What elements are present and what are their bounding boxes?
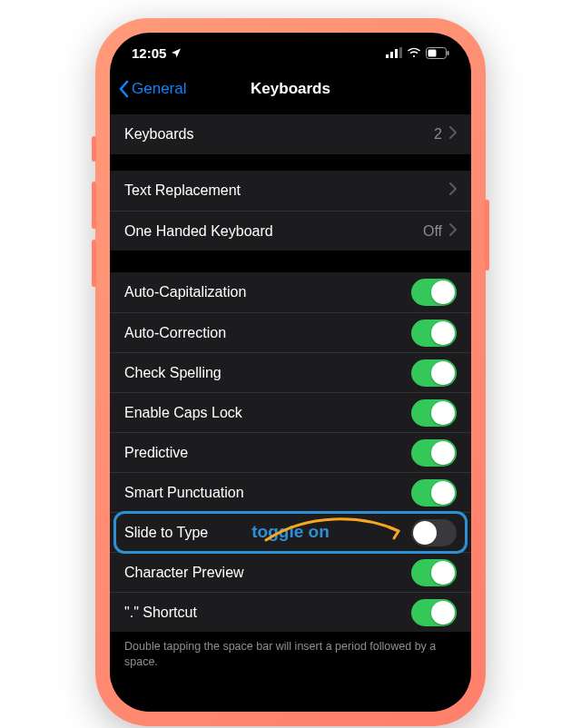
chevron-right-icon bbox=[449, 126, 457, 143]
row-label: Text Replacement bbox=[124, 182, 241, 199]
svg-point-4 bbox=[413, 55, 415, 57]
row-value: 2 bbox=[434, 126, 442, 143]
svg-rect-1 bbox=[390, 52, 393, 58]
annotation-label: toggle on bbox=[251, 522, 329, 542]
row-character-preview[interactable]: Character Preview bbox=[110, 552, 471, 592]
row-one-handed-keyboard[interactable]: One Handed Keyboard Off bbox=[110, 211, 471, 251]
row-auto-correction[interactable]: Auto-Correction bbox=[110, 312, 471, 352]
location-icon bbox=[171, 45, 182, 61]
row-label: Enable Caps Lock bbox=[124, 405, 242, 421]
row-label: Auto-Capitalization bbox=[124, 284, 246, 300]
row-label: Smart Punctuation bbox=[124, 485, 244, 501]
content-scroll[interactable]: Keyboards 2 Text Replacement bbox=[110, 109, 471, 712]
battery-icon bbox=[426, 47, 449, 59]
annotation-arrow-icon bbox=[262, 516, 408, 544]
row-label: Keyboards bbox=[124, 126, 194, 143]
toggle-dot-shortcut[interactable] bbox=[411, 599, 457, 626]
power-button bbox=[485, 200, 489, 271]
toggle-check-spelling[interactable] bbox=[411, 359, 457, 387]
footer-note: Double tapping the space bar will insert… bbox=[110, 632, 471, 686]
row-text-replacement[interactable]: Text Replacement bbox=[110, 171, 471, 211]
cellular-icon bbox=[386, 47, 402, 58]
chevron-right-icon bbox=[449, 182, 457, 199]
phone-frame: 12:05 General K bbox=[95, 18, 486, 726]
row-value: Off bbox=[423, 223, 442, 240]
toggle-character-preview[interactable] bbox=[411, 559, 457, 586]
toggle-smart-punctuation[interactable] bbox=[411, 479, 457, 507]
row-label: Character Preview bbox=[124, 565, 244, 581]
row-smart-punctuation[interactable]: Smart Punctuation bbox=[110, 472, 471, 512]
chevron-right-icon bbox=[449, 223, 457, 240]
screen: 12:05 General K bbox=[110, 33, 471, 712]
svg-rect-3 bbox=[399, 47, 402, 58]
volume-down-button bbox=[92, 240, 96, 287]
back-label: General bbox=[132, 80, 186, 98]
wifi-icon bbox=[407, 47, 421, 58]
row-predictive[interactable]: Predictive bbox=[110, 432, 471, 472]
row-label: One Handed Keyboard bbox=[124, 223, 273, 240]
nav-bar: General Keyboards bbox=[110, 73, 471, 109]
svg-rect-0 bbox=[386, 54, 389, 58]
toggle-enable-caps-lock[interactable] bbox=[411, 399, 457, 427]
notch bbox=[209, 33, 372, 58]
row-label: Auto-Correction bbox=[124, 325, 226, 341]
toggle-slide-to-type[interactable] bbox=[411, 519, 457, 546]
svg-rect-6 bbox=[428, 49, 437, 56]
row-label: Slide to Type bbox=[124, 525, 208, 541]
row-enable-caps-lock[interactable]: Enable Caps Lock bbox=[110, 392, 471, 432]
svg-rect-2 bbox=[395, 49, 398, 58]
toggle-predictive[interactable] bbox=[411, 439, 457, 467]
row-keyboards[interactable]: Keyboards 2 bbox=[110, 114, 471, 154]
volume-up-button bbox=[92, 182, 96, 229]
status-time: 12:05 bbox=[132, 45, 166, 61]
row-label: "." Shortcut bbox=[124, 605, 197, 621]
back-button[interactable]: General bbox=[119, 80, 186, 98]
toggle-auto-correction[interactable] bbox=[411, 320, 457, 347]
row-check-spelling[interactable]: Check Spelling bbox=[110, 352, 471, 392]
row-slide-to-type[interactable]: Slide to Type toggle on bbox=[110, 512, 471, 552]
row-auto-capitalization[interactable]: Auto-Capitalization bbox=[110, 272, 471, 312]
row-dot-shortcut[interactable]: "." Shortcut bbox=[110, 592, 471, 632]
row-label: Predictive bbox=[124, 445, 188, 461]
chevron-left-icon bbox=[119, 80, 130, 98]
side-button bbox=[92, 136, 96, 162]
svg-rect-7 bbox=[448, 51, 449, 55]
row-label: Check Spelling bbox=[124, 365, 222, 381]
toggle-auto-capitalization[interactable] bbox=[411, 279, 457, 306]
